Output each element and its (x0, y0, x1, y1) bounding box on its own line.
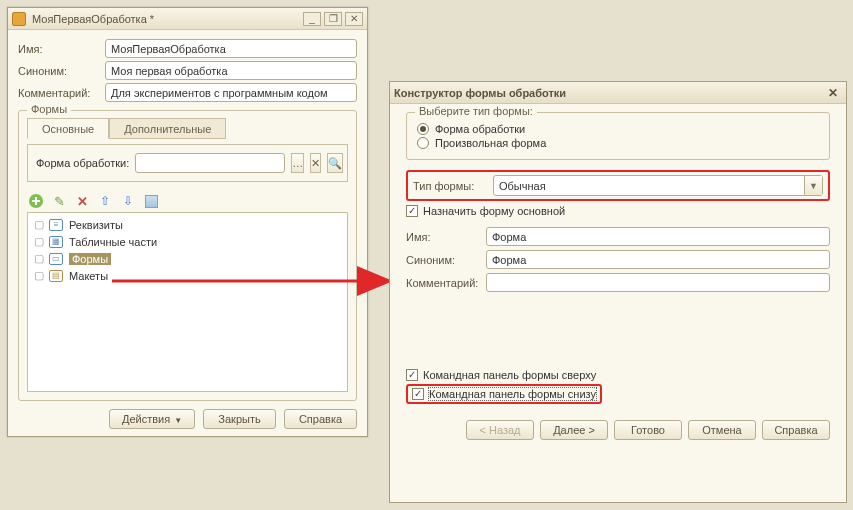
title-bar: МояПерваяОбработка * _ ❐ ✕ (8, 8, 367, 30)
tree-node-label: Табличные части (69, 236, 157, 248)
synonym-label: Синоним: (406, 254, 486, 266)
done-button[interactable]: Готово (614, 420, 682, 440)
wizard-buttons: < Назад Далее > Готово Отмена Справка (406, 420, 830, 440)
dialog-title: Конструктор формы обработки (394, 87, 824, 99)
magnify-button[interactable]: 🔍 (327, 153, 343, 173)
requisites-icon: ≡ (49, 219, 63, 231)
form-constructor-window: Конструктор формы обработки ✕ Выберите т… (389, 81, 847, 503)
arrow-up-icon: ⇧ (100, 194, 110, 208)
chevron-down-icon: ▼ (174, 416, 182, 425)
cmd-panel-top-checkbox[interactable]: ✓ Командная панель формы сверху (406, 369, 830, 381)
forms-group: Формы Основные Дополнительные Форма обра… (18, 110, 357, 401)
add-button[interactable] (27, 192, 45, 210)
grid-button[interactable] (142, 192, 160, 210)
grid-icon (145, 195, 158, 208)
tree-node-label: Макеты (69, 270, 108, 282)
synonym-label: Синоним: (18, 65, 105, 77)
checkbox-label: Командная панель формы сверху (423, 369, 596, 381)
close-button[interactable]: ✕ (345, 12, 363, 26)
ellipsis-button[interactable]: … (291, 153, 304, 173)
help-button[interactable]: Справка (284, 409, 357, 429)
name-label: Имя: (406, 231, 486, 243)
highlight-form-type: Тип формы: Обычная ▼ (406, 170, 830, 201)
back-button[interactable]: < Назад (466, 420, 534, 440)
edit-button[interactable]: ✎ (50, 192, 68, 210)
bottom-buttons: Действия▼ Закрыть Справка (18, 409, 357, 429)
tab-panel: Форма обработки: … ✕ 🔍 (27, 144, 348, 182)
help-button[interactable]: Справка (762, 420, 830, 440)
radio-icon (417, 137, 429, 149)
tab-extra[interactable]: Дополнительные (109, 118, 226, 139)
comment-input[interactable] (105, 83, 357, 102)
tab-main[interactable]: Основные (27, 118, 109, 139)
minimize-button[interactable]: _ (303, 12, 321, 26)
form-processing-label: Форма обработки: (36, 157, 129, 169)
add-icon (29, 194, 43, 208)
move-up-button[interactable]: ⇧ (96, 192, 114, 210)
template-icon: ▤ (49, 270, 63, 282)
synonym-input[interactable] (105, 61, 357, 80)
next-button[interactable]: Далее > (540, 420, 608, 440)
table-icon: ▦ (49, 236, 63, 248)
name-input[interactable] (105, 39, 357, 58)
maximize-button[interactable]: ❐ (324, 12, 342, 26)
synonym-input[interactable] (486, 250, 830, 269)
set-main-checkbox[interactable]: ✓ Назначить форму основной (406, 205, 830, 217)
clear-button[interactable]: ✕ (310, 153, 321, 173)
edit-icon: ✎ (54, 194, 65, 209)
title-bar: Конструктор формы обработки ✕ (390, 82, 846, 104)
name-label: Имя: (18, 43, 105, 55)
comment-label: Комментарий: (406, 277, 486, 289)
expand-icon: ▢ (34, 218, 43, 231)
actions-button[interactable]: Действия▼ (109, 409, 195, 429)
tree-node-requisites[interactable]: ▢ ≡ Реквизиты (28, 216, 347, 233)
checkbox-icon: ✓ (406, 369, 418, 381)
checkbox-icon: ✓ (412, 388, 424, 400)
close-button[interactable]: ✕ (824, 85, 842, 100)
cancel-button[interactable]: Отмена (688, 420, 756, 440)
tree-toolbar: ✎ ✕ ⇧ ⇩ (27, 190, 348, 212)
object-tree[interactable]: ▢ ≡ Реквизиты ▢ ▦ Табличные части ▢ ▭ Фо… (27, 212, 348, 392)
form-type-label: Тип формы: (413, 180, 493, 192)
radio-arbitrary-form[interactable]: Произвольная форма (417, 137, 819, 149)
radio-processing-form[interactable]: Форма обработки (417, 123, 819, 135)
delete-icon: ✕ (77, 194, 88, 209)
highlight-cmd-bottom: ✓ Командная панель формы снизу (406, 384, 602, 404)
annotation-arrow (112, 266, 402, 296)
choose-type-legend: Выберите тип формы: (415, 105, 537, 117)
expand-icon: ▢ (34, 235, 43, 248)
checkbox-label: Назначить форму основной (423, 205, 565, 217)
processing-editor-window: МояПерваяОбработка * _ ❐ ✕ Имя: Синоним:… (7, 7, 368, 437)
comment-label: Комментарий: (18, 87, 105, 99)
checkbox-icon: ✓ (406, 205, 418, 217)
move-down-button[interactable]: ⇩ (119, 192, 137, 210)
checkbox-label: Командная панель формы снизу (429, 388, 596, 400)
combo-value: Обычная (494, 180, 804, 192)
close-form-button[interactable]: Закрыть (203, 409, 276, 429)
form-type-combo[interactable]: Обычная ▼ (493, 175, 823, 196)
tree-node-forms[interactable]: ▢ ▭ Формы (28, 250, 347, 267)
window-title: МояПерваяОбработка * (32, 13, 300, 25)
forms-group-legend: Формы (27, 103, 71, 115)
tree-node-label: Формы (69, 253, 111, 265)
expand-icon: ▢ (34, 269, 43, 282)
form-icon: ▭ (49, 253, 63, 265)
tree-node-label: Реквизиты (69, 219, 123, 231)
cmd-panel-bottom-checkbox[interactable]: ✓ Командная панель формы снизу (412, 388, 596, 400)
tabs: Основные Дополнительные (27, 117, 348, 138)
radio-label: Форма обработки (435, 123, 525, 135)
form-processing-input[interactable] (135, 153, 285, 173)
radio-icon (417, 123, 429, 135)
name-input[interactable] (486, 227, 830, 246)
comment-input[interactable] (486, 273, 830, 292)
choose-form-type-group: Выберите тип формы: Форма обработки Прои… (406, 112, 830, 160)
delete-button[interactable]: ✕ (73, 192, 91, 210)
expand-icon: ▢ (34, 252, 43, 265)
app-icon (12, 12, 26, 26)
arrow-down-icon: ⇩ (123, 194, 133, 208)
tree-node-table-parts[interactable]: ▢ ▦ Табличные части (28, 233, 347, 250)
chevron-down-icon[interactable]: ▼ (804, 176, 822, 195)
radio-label: Произвольная форма (435, 137, 546, 149)
